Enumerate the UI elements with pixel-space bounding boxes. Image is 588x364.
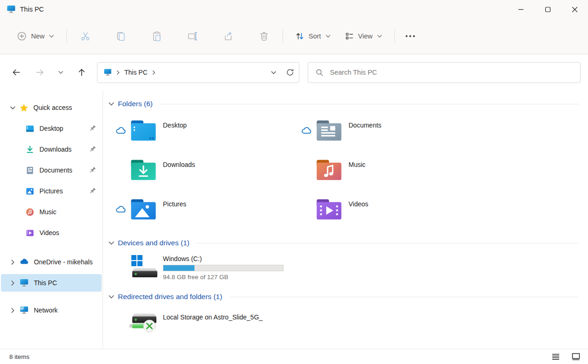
- folder-label: Pictures: [163, 193, 187, 208]
- back-button[interactable]: [7, 64, 25, 81]
- rename-button[interactable]: [185, 29, 200, 44]
- address-bar[interactable]: This PC: [97, 62, 299, 83]
- section-rule: [229, 297, 579, 297]
- view-button[interactable]: View: [341, 29, 386, 44]
- sidebar-item-videos[interactable]: Videos: [1, 224, 102, 242]
- sidebar-item-label: Quick access: [33, 104, 72, 111]
- search-input[interactable]: [330, 69, 575, 76]
- network-icon: [19, 306, 29, 315]
- drive-tile-windows-c[interactable]: Windows (C:) 94.8 GB free of 127 GB: [108, 254, 579, 281]
- files-pane: Folders (6) Desktop Documents Downloads: [103, 90, 588, 349]
- sidebar-item-label: Network: [34, 307, 58, 314]
- sidebar-item-documents[interactable]: Documents: [1, 161, 102, 179]
- forward-button[interactable]: [31, 64, 49, 81]
- chevron-down-icon[interactable]: [6, 105, 19, 111]
- item-count: 8 items: [9, 353, 30, 360]
- toolbar-separator: [394, 29, 395, 43]
- navigation-bar: This PC: [0, 54, 588, 90]
- cut-button[interactable]: [78, 29, 93, 44]
- view-label: View: [358, 32, 373, 40]
- sort-button[interactable]: Sort: [291, 29, 335, 44]
- section-header-redirected[interactable]: Redirected drives and folders (1): [108, 291, 579, 302]
- sidebar-item-label: Music: [39, 208, 57, 216]
- recent-locations-button[interactable]: [55, 64, 67, 81]
- chevron-down-icon[interactable]: [108, 240, 115, 246]
- folders-grid: Desktop Documents Downloads Music: [108, 115, 579, 225]
- chevron-down-icon[interactable]: [108, 101, 115, 107]
- sidebar-item-pictures[interactable]: Pictures: [1, 182, 102, 200]
- chevron-right-icon[interactable]: [6, 280, 19, 286]
- breadcrumb-chevron-icon: [116, 70, 121, 75]
- drive-usage-fill: [163, 265, 194, 271]
- sidebar-item-network[interactable]: Network: [1, 301, 102, 319]
- search-icon: [316, 69, 323, 77]
- section-rule: [160, 104, 579, 104]
- pin-icon: [89, 187, 96, 194]
- folder-tile-videos[interactable]: Videos: [294, 193, 479, 225]
- toolbar-separator: [283, 29, 283, 43]
- close-button[interactable]: [561, 0, 588, 19]
- section-rule: [196, 243, 579, 243]
- copy-button[interactable]: [114, 29, 129, 44]
- documents-icon: [26, 166, 34, 175]
- maximize-button[interactable]: [534, 0, 561, 19]
- sidebar-item-music[interactable]: Music: [1, 203, 102, 221]
- clipboard-icon: [152, 31, 162, 41]
- drive-name: Windows (C:): [163, 255, 284, 262]
- monitor-icon: [103, 68, 112, 77]
- sidebar-item-downloads[interactable]: Downloads: [1, 140, 102, 158]
- cloud-status-icon: [116, 127, 126, 134]
- sidebar-item-label: Desktop: [39, 125, 63, 132]
- folder-tile-documents[interactable]: Documents: [294, 115, 479, 146]
- sidebar-item-quick-access[interactable]: Quick access: [1, 99, 102, 116]
- breadcrumb-chevron-icon[interactable]: [151, 70, 156, 75]
- sidebar-item-label: Documents: [39, 166, 72, 174]
- details-view-button[interactable]: [550, 352, 561, 362]
- address-dropdown-button[interactable]: [271, 70, 277, 76]
- sort-icon: [295, 32, 304, 41]
- trash-icon: [259, 31, 269, 41]
- sort-label: Sort: [309, 32, 321, 40]
- edit-actions: [78, 29, 271, 44]
- navigation-pane: Quick access Desktop Downloads Documents…: [0, 90, 103, 349]
- refresh-button[interactable]: [286, 68, 294, 77]
- folder-tile-desktop[interactable]: Desktop: [108, 115, 294, 146]
- folder-label: Videos: [349, 193, 368, 208]
- search-box[interactable]: [308, 62, 581, 83]
- sidebar-item-this-pc[interactable]: This PC: [1, 274, 102, 292]
- chevron-right-icon[interactable]: [6, 259, 19, 265]
- delete-button[interactable]: [257, 29, 271, 44]
- sidebar-item-label: This PC: [34, 279, 57, 287]
- section-count: (6): [144, 100, 153, 108]
- section-title: Devices and drives: [118, 239, 179, 247]
- up-button[interactable]: [73, 64, 90, 81]
- large-thumbnails-view-button[interactable]: [570, 351, 582, 362]
- more-options-button[interactable]: [403, 33, 417, 39]
- chevron-right-icon[interactable]: [6, 307, 19, 313]
- folder-tile-music[interactable]: Music: [294, 154, 479, 185]
- redirected-drive-tile[interactable]: Local Storage on Astro_Slide_5G_: [108, 308, 579, 335]
- redirected-drive-icon: [129, 308, 158, 335]
- new-label: New: [31, 32, 45, 40]
- minimize-button[interactable]: [507, 0, 534, 19]
- sidebar-item-desktop[interactable]: Desktop: [1, 120, 102, 137]
- share-button[interactable]: [221, 29, 236, 44]
- videos-icon: [26, 229, 34, 237]
- section-header-devices[interactable]: Devices and drives (1): [108, 237, 579, 249]
- downloads-icon: [26, 145, 34, 154]
- section-title: Redirected drives and folders: [118, 293, 212, 300]
- breadcrumb-location[interactable]: This PC: [124, 69, 148, 76]
- pin-icon: [89, 146, 96, 153]
- sidebar-item-onedrive[interactable]: OneDrive - mikehals: [1, 253, 102, 271]
- new-button[interactable]: New: [13, 28, 58, 44]
- section-header-folders[interactable]: Folders (6): [108, 98, 579, 109]
- folder-tile-downloads[interactable]: Downloads: [108, 154, 294, 185]
- breadcrumb: This PC: [103, 68, 156, 77]
- chevron-down-icon[interactable]: [108, 294, 115, 300]
- folder-tile-pictures[interactable]: Pictures: [108, 193, 294, 225]
- paste-button[interactable]: [149, 29, 164, 44]
- pin-icon: [89, 125, 96, 132]
- command-toolbar: New Sort View: [0, 19, 588, 54]
- folder-label: Desktop: [163, 115, 187, 129]
- sidebar-item-label: Videos: [39, 229, 59, 236]
